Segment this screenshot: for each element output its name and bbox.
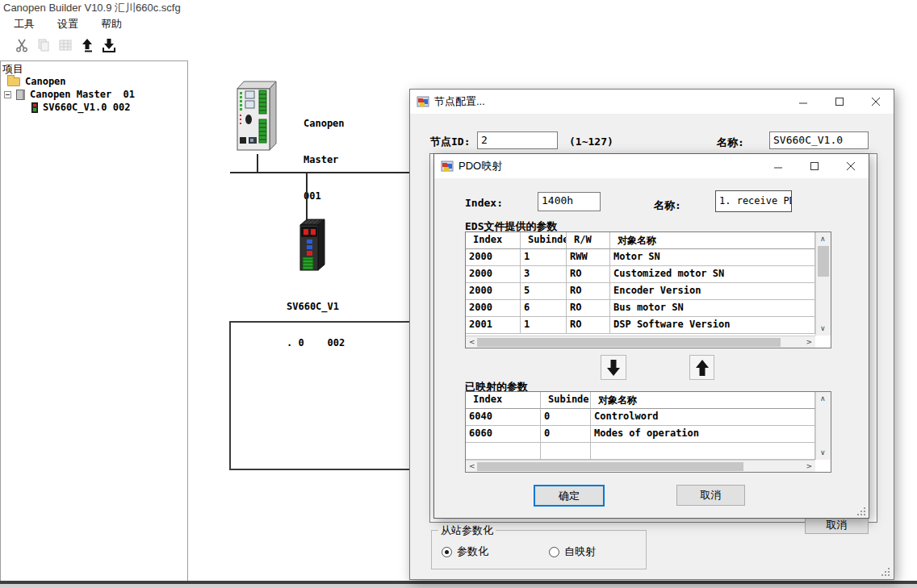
resize-grip[interactable] [856, 506, 865, 515]
status-bar [0, 584, 917, 588]
slave-parameterization-group: 从站参数化 参数化 自映射 [431, 530, 647, 569]
horizontal-scrollbar[interactable]: < > [466, 336, 815, 348]
tree-item-label: SV660C_V1.0 002 [43, 102, 130, 113]
upload-icon[interactable] [79, 37, 95, 53]
horizontal-scrollbar[interactable]: < > [466, 460, 815, 472]
table-cell: 3 [521, 266, 567, 283]
pdo-dialog-titlebar[interactable]: PDO映射 [434, 154, 869, 178]
radio-selfmapping[interactable]: 自映射 [549, 544, 596, 559]
paste-icon[interactable] [57, 37, 73, 53]
maximize-icon[interactable] [821, 90, 857, 114]
bus-line [230, 172, 412, 173]
group-label: 从站参数化 [438, 523, 496, 538]
canopen-master-device[interactable] [232, 79, 279, 156]
scrollbar-thumb[interactable] [477, 338, 781, 347]
radio-parameterize[interactable]: 参数化 [442, 544, 488, 559]
scrollbar-thumb[interactable] [818, 246, 829, 277]
tree-item-label: Canopen Master 01 [30, 89, 135, 100]
maximize-icon[interactable] [796, 154, 832, 178]
map-up-button[interactable] [689, 355, 714, 380]
table-cell: 0 [541, 409, 591, 426]
minimize-icon[interactable] [785, 90, 821, 114]
pdo-name-label: 名称: [654, 198, 681, 213]
node-id-input[interactable]: 2 [477, 131, 558, 149]
table-cell: 2000 [466, 300, 521, 317]
table-cell: RO [567, 300, 610, 317]
index-input[interactable]: 1400h [538, 192, 601, 211]
table-cell: 0 [541, 426, 591, 443]
table-cell: 2000 [466, 266, 521, 283]
vertical-scrollbar[interactable]: ∧ ∨ [815, 392, 831, 460]
column-header[interactable]: 对象名称 [591, 392, 815, 409]
pdo-cancel-button[interactable]: 取消 [676, 485, 745, 506]
eds-table-body: 20001RWWMotor SN20003ROCustomized motor … [466, 249, 815, 334]
table-row[interactable]: 60400Controlword [466, 409, 815, 426]
table-row[interactable]: 20011RODSP Software Version [466, 317, 815, 334]
column-header[interactable]: R/W [567, 232, 610, 249]
master-device-icon [16, 90, 25, 100]
scroll-up-icon[interactable]: ∧ [820, 236, 826, 243]
app-icon [441, 160, 454, 173]
table-row[interactable]: 20006ROBus motor SN [466, 300, 815, 317]
table-cell: Encoder Version [610, 283, 815, 300]
tree-item-slave[interactable]: SV660C_V1.0 002 [31, 102, 130, 113]
slave-device-icon [31, 102, 38, 113]
resize-grip[interactable] [880, 566, 890, 576]
tree-item-canopen[interactable]: Canopen [7, 76, 66, 87]
table-header-row[interactable]: Index Subinde 对象名称 [466, 392, 815, 409]
scroll-down-icon[interactable]: ∨ [820, 325, 826, 332]
table-cell [541, 443, 591, 460]
pdo-name-input[interactable]: 1. receive PDO [715, 190, 792, 212]
scroll-left-icon[interactable]: < [469, 339, 475, 346]
table-row[interactable]: 20005ROEncoder Version [466, 283, 815, 300]
sv660c-device[interactable] [294, 218, 328, 274]
radio-checked-icon[interactable] [442, 547, 452, 557]
node-name-input[interactable]: SV660C_V1.0 [769, 131, 869, 149]
scroll-up-icon[interactable]: ∧ [820, 395, 826, 402]
column-header[interactable]: Subinde [521, 232, 567, 249]
table-header-row[interactable]: Index Subinde R/W 对象名称 [466, 232, 815, 249]
node-dialog-titlebar[interactable]: 节点配置... [410, 90, 894, 114]
table-cell: 2000 [466, 283, 521, 300]
table-cell: Modes of operation [591, 426, 815, 443]
close-icon[interactable] [857, 90, 894, 114]
table-cell: 2001 [466, 317, 521, 334]
table-row[interactable]: 20001RWWMotor SN [466, 249, 815, 266]
radio-unchecked-icon[interactable] [549, 547, 559, 557]
scroll-right-icon[interactable]: > [806, 339, 812, 346]
column-header[interactable]: Subinde [541, 392, 591, 409]
collapse-expander-icon[interactable] [4, 91, 11, 98]
canvas-rectangle[interactable] [229, 321, 413, 470]
cut-icon[interactable] [14, 37, 30, 53]
radio-label: 参数化 [457, 544, 488, 559]
table-row[interactable] [466, 443, 815, 460]
tree-item-master[interactable]: Canopen Master 01 [4, 89, 135, 100]
save-icon[interactable] [0, 37, 8, 53]
column-header[interactable]: Index [466, 232, 521, 249]
vertical-scrollbar[interactable]: ∧ ∨ [815, 232, 831, 336]
column-header[interactable]: 对象名称 [610, 232, 815, 249]
node-cancel-button[interactable]: 取消 [805, 516, 869, 534]
dialog-title: 节点配置... [434, 94, 485, 109]
scroll-right-icon[interactable]: > [806, 463, 812, 470]
download-icon[interactable] [101, 37, 117, 53]
minimize-icon[interactable] [760, 154, 796, 178]
menu-settings[interactable]: 设置 [54, 16, 82, 32]
copy-icon[interactable] [36, 37, 52, 53]
table-cell: Customized motor SN [610, 266, 815, 283]
scroll-left-icon[interactable]: < [469, 463, 475, 470]
menu-tools[interactable]: 工具 [10, 16, 38, 32]
table-row[interactable]: 60600Modes of operation [466, 426, 815, 443]
table-row[interactable]: 20003ROCustomized motor SN [466, 266, 815, 283]
scroll-down-icon[interactable]: ∨ [820, 449, 826, 457]
column-header[interactable]: Index [466, 392, 541, 409]
drop-line-master [257, 154, 258, 173]
close-icon[interactable] [832, 154, 869, 178]
ok-button[interactable]: 确定 [534, 485, 605, 507]
scrollbar-thumb[interactable] [477, 462, 743, 471]
table-cell: Controlword [591, 409, 815, 426]
project-tree-panel: 项目 Canopen Canopen Master 01 SV660C_V1.0… [0, 60, 188, 582]
dialog-title: PDO映射 [458, 159, 502, 173]
map-down-button[interactable] [601, 355, 626, 380]
menu-help[interactable]: 帮助 [98, 16, 125, 32]
